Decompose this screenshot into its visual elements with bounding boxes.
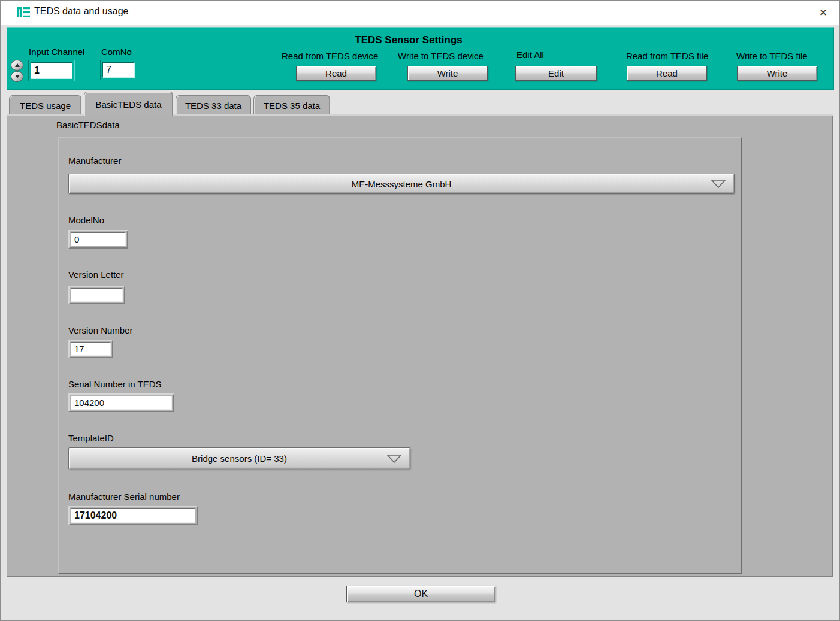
templateid-label: TemplateID: [68, 433, 114, 443]
tab-teds-35-data[interactable]: TEDS 35 data: [253, 95, 330, 115]
chevron-down-icon: [386, 454, 402, 464]
groupbox-heading: BasicTEDSdata: [56, 120, 120, 130]
arrow-up-icon: [15, 63, 20, 67]
edit-all-button[interactable]: Edit: [515, 66, 597, 81]
modelno-field[interactable]: [71, 232, 126, 246]
version-number-field[interactable]: [71, 342, 111, 356]
arrow-down-icon: [15, 75, 20, 78]
read-file-label: Read from TEDS file: [626, 51, 708, 61]
manufacturer-serial-label: Manufacturer Serial number: [68, 492, 180, 502]
increment-button[interactable]: [11, 60, 23, 71]
version-letter-field[interactable]: [71, 288, 123, 302]
read-device-label: Read from TEDS device: [282, 51, 378, 61]
version-number-label: Version Number: [68, 325, 133, 335]
version-number-field-frame: [68, 340, 113, 358]
manufacturer-serial-field-frame: [68, 506, 198, 525]
basicteds-tab-page: BasicTEDSdata Manufacturer ME-Messsystem…: [7, 114, 833, 577]
comno-field[interactable]: [102, 62, 135, 78]
input-channel-stepper: [11, 60, 23, 83]
write-device-button[interactable]: Write: [407, 66, 488, 81]
me-logo-icon: [17, 7, 30, 17]
input-channel-label: Input Channel: [29, 47, 84, 57]
manufacturer-value: ME-Messsysteme GmbH: [352, 179, 452, 189]
read-device-button[interactable]: Read: [296, 66, 376, 81]
write-file-label: Write to TEDS file: [736, 51, 808, 61]
teds-settings-header: Input Channel ComNo TEDS Sensor Settings…: [7, 27, 834, 90]
modelno-label: ModelNo: [68, 215, 104, 225]
ok-button[interactable]: OK: [346, 586, 495, 602]
manufacturer-label: Manufacturer: [68, 156, 121, 166]
input-channel-field[interactable]: [31, 62, 72, 79]
templateid-dropdown[interactable]: Bridge sensors (ID= 33): [68, 447, 410, 469]
chevron-down-icon: [711, 179, 726, 189]
version-letter-label: Version Letter: [68, 269, 124, 280]
input-channel-field-frame: [28, 60, 75, 81]
write-file-button[interactable]: Write: [737, 66, 817, 81]
basicteds-groupbox: Manufacturer ME-Messsysteme GmbH ModelNo…: [58, 137, 742, 574]
comno-field-frame: [100, 60, 137, 80]
read-file-button[interactable]: Read: [627, 66, 707, 81]
edit-all-label: Edit All: [516, 50, 544, 60]
manufacturer-serial-field[interactable]: [71, 508, 195, 523]
tab-basicteds-data[interactable]: BasicTEDS data: [84, 92, 173, 116]
modelno-field-frame: [68, 230, 128, 249]
app-window: TEDS data and usage ✕ Input Channel ComN…: [0, 0, 840, 621]
write-device-label: Write to TEDS device: [398, 51, 484, 61]
tab-teds-usage[interactable]: TEDS usage: [9, 95, 81, 115]
close-icon[interactable]: ✕: [815, 5, 831, 20]
serial-number-teds-field[interactable]: [71, 396, 172, 410]
serial-number-teds-label: Serial Number in TEDS: [68, 379, 162, 389]
serial-number-teds-field-frame: [68, 393, 174, 412]
title-bar: TEDS data and usage ✕: [1, 1, 839, 25]
tab-teds-33-data[interactable]: TEDS 33 data: [176, 95, 251, 115]
manufacturer-dropdown[interactable]: ME-Messsysteme GmbH: [68, 174, 735, 194]
decrement-button[interactable]: [11, 71, 23, 82]
templateid-value: Bridge sensors (ID= 33): [192, 453, 287, 464]
header-title: TEDS Sensor Settings: [330, 34, 487, 46]
comno-label: ComNo: [101, 47, 132, 57]
window-title: TEDS data and usage: [34, 6, 128, 17]
version-letter-field-frame: [68, 286, 125, 304]
